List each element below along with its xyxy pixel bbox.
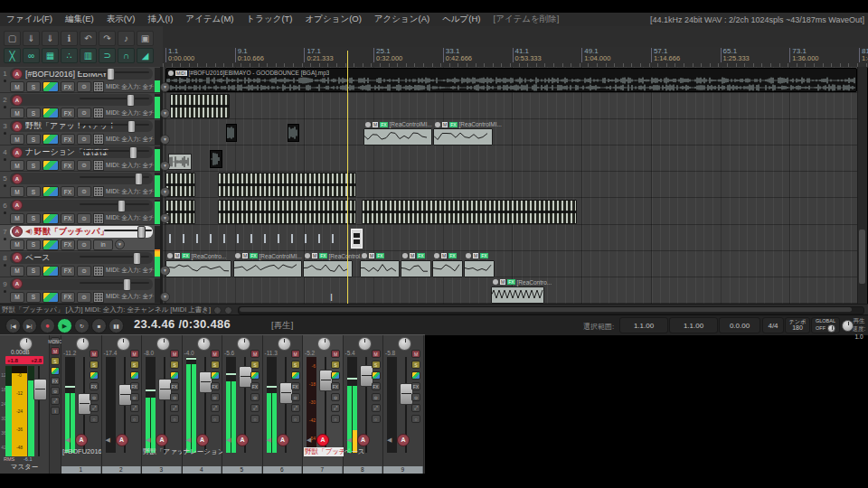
channel-solo-button[interactable]: S: [211, 361, 220, 369]
mixer-channel-7[interactable]: -5.2-6-18-30-42-54MSFX⊙⤢○◀A野獣「ブッチッ7: [303, 335, 344, 474]
channel-number[interactable]: 7: [303, 466, 343, 474]
redo-icon[interactable]: ↷: [99, 31, 116, 46]
menu-item-1[interactable]: 編集(E): [59, 14, 100, 25]
channel-mute-button[interactable]: M: [291, 350, 300, 358]
track-input-label[interactable]: MIDI: 全入力: 全チャンネル: [106, 162, 158, 170]
track-row-5[interactable]: 5AMSFX⊙MIDI: 全入力: 全チャンネル▼: [0, 172, 160, 198]
zoom-out-button[interactable]: [213, 306, 222, 314]
mute-button[interactable]: M: [10, 134, 24, 145]
track-row-7[interactable]: 7A◀)野獣「ブッチッパ」MSFX⊙in▼: [0, 225, 160, 251]
channel-volume-readout[interactable]: -17.4: [104, 350, 118, 356]
channel-phase-button[interactable]: ○: [211, 415, 220, 423]
channel-pan-knob[interactable]: [76, 337, 90, 351]
track-name[interactable]: ナレーション「ぼぼぼ: [25, 146, 108, 158]
channel-solo-button[interactable]: S: [130, 361, 139, 369]
input-dropdown-button[interactable]: ▼: [160, 213, 170, 223]
master-strip[interactable]: 0.00dB +1.8 +2.8 121824303642 -0-12-24-3…: [0, 335, 50, 474]
channel-mute-button[interactable]: M: [211, 350, 220, 358]
fx-button[interactable]: FX: [61, 292, 75, 303]
save-project-icon[interactable]: ⇓: [42, 31, 59, 46]
channel-number[interactable]: 5: [222, 466, 262, 474]
fx-gear-button[interactable]: ⊙: [77, 81, 91, 92]
menu-item-6[interactable]: オプション(O): [299, 14, 368, 25]
input-dropdown-button[interactable]: ▼: [160, 135, 170, 145]
automation-item[interactable]: MFX[ReaControl...: [303, 252, 353, 277]
envelope-points-icon[interactable]: ∴: [61, 48, 78, 63]
fx-button[interactable]: FX: [61, 160, 75, 171]
mixer-channel-2[interactable]: -17.4MSFX⊙⤢○◀A2: [102, 335, 143, 474]
channel-pan-knob[interactable]: [398, 337, 411, 351]
track-name-box[interactable]: A: [10, 200, 153, 211]
solo-button[interactable]: S: [26, 160, 41, 171]
channel-number[interactable]: 3: [142, 466, 182, 474]
channel-number[interactable]: 9: [383, 466, 423, 474]
mixer-channel-9[interactable]: -5.8MSFX⊙⤢○◀A9: [383, 335, 424, 474]
mixer-channel-8[interactable]: -5.4MSFX⊙⤢○◀Aベース8: [344, 335, 384, 474]
automation-item[interactable]: MFX[ReaControlMI...: [433, 120, 493, 145]
input-dropdown-button[interactable]: ▼: [115, 239, 125, 249]
channel-record-arm-button[interactable]: A: [316, 434, 329, 446]
track-name-box[interactable]: A◀)野獣「ブッチッパ」: [10, 226, 153, 238]
audio-item[interactable]: MIDI[#BOFU2016]EBIMAYO - GOODBOUNCE [BGA…: [165, 68, 857, 92]
audio-item-small[interactable]: [226, 124, 237, 142]
midi-note-item[interactable]: [183, 234, 184, 243]
track-input-label[interactable]: MIDI: 全入力: 全チャンネル: [106, 267, 158, 275]
midi-note-item[interactable]: [237, 234, 239, 243]
automation-item[interactable]: MFX: [401, 252, 431, 277]
channel-pan-knob[interactable]: [197, 337, 211, 351]
channel-record-arm-button[interactable]: A: [277, 434, 289, 446]
volume-slider[interactable]: [80, 282, 149, 284]
mixer-channel-6[interactable]: -11.3MSFX⊙⤢○◀A6: [263, 335, 304, 474]
mute-button[interactable]: M: [10, 239, 24, 250]
channel-volume-readout[interactable]: -5.8: [385, 350, 395, 356]
zoom-in-button[interactable]: [224, 306, 232, 314]
volume-slider-thumb[interactable]: [118, 200, 126, 212]
channel-pan-knob[interactable]: [237, 337, 250, 351]
channel-solo-button[interactable]: S: [411, 361, 420, 369]
channel-env-button[interactable]: ⤢: [250, 404, 259, 412]
master-fader[interactable]: [33, 379, 47, 400]
channel-gear-button[interactable]: ⊙: [170, 393, 179, 401]
track-row-4[interactable]: 4Aナレーション「ぼぼぼMSFX⊙MIDI: 全入力: 全チャンネル▼: [0, 145, 160, 172]
selected-item[interactable]: [351, 229, 363, 249]
fx-gear-button[interactable]: ⊙: [77, 266, 91, 277]
pause-button[interactable]: ▮▮: [108, 318, 124, 333]
record-arm-button[interactable]: A: [12, 95, 23, 106]
arrange-vscrollbar-thumb[interactable]: [859, 230, 865, 284]
pencil-icon[interactable]: ◢: [137, 48, 154, 63]
channel-number[interactable]: 4: [183, 466, 222, 474]
track-input-label[interactable]: MIDI: 全入力: 全チャンネル: [106, 109, 158, 117]
fx-gear-button[interactable]: ⊙: [77, 213, 91, 224]
grouping-icon[interactable]: ∞: [23, 48, 40, 63]
fx-button[interactable]: FX: [61, 239, 75, 250]
menu-item-5[interactable]: トラック(T): [240, 14, 298, 25]
mixer-channel-4[interactable]: -4.0MSFX⊙⤢○◀Aナレーション「ほ4: [183, 335, 223, 474]
volume-slider-thumb[interactable]: [137, 226, 146, 239]
fx-button[interactable]: FX: [61, 81, 75, 92]
channel-pan-knob[interactable]: [117, 337, 130, 351]
channel-gear-button[interactable]: ⊙: [411, 393, 420, 401]
timeline-ruler[interactable]: 1.10:00.0009.10:10.66617.10:21.33325.10:…: [163, 47, 868, 68]
channel-label[interactable]: [#BOFU2016]: [62, 447, 101, 455]
midi-note-item[interactable]: [305, 234, 307, 243]
volume-slider-thumb[interactable]: [133, 252, 141, 265]
track-input-label[interactable]: MIDI: 全入力: 全チャンネル: [106, 136, 158, 144]
channel-mute-button[interactable]: M: [372, 350, 381, 358]
channel-phase-button[interactable]: ○: [331, 415, 340, 423]
midi-note-item[interactable]: [332, 234, 334, 243]
automation-item[interactable]: MFX: [432, 252, 463, 277]
mixer-channel-5[interactable]: -5.6MSFX⊙⤢○◀A5: [222, 335, 263, 474]
channel-mute-button[interactable]: M: [411, 350, 420, 358]
midi-note-item[interactable]: [264, 234, 266, 243]
input-dropdown-button[interactable]: ▼: [160, 108, 170, 118]
channel-solo-button[interactable]: S: [372, 361, 381, 369]
go-to-start-button[interactable]: |◀: [5, 318, 21, 333]
solo-button[interactable]: S: [26, 292, 41, 303]
channel-fx-button[interactable]: FX: [291, 382, 300, 390]
volume-slider-thumb[interactable]: [127, 94, 135, 107]
master-i-button[interactable]: i: [51, 407, 60, 415]
midi-note-item[interactable]: [196, 234, 198, 243]
repeat-button[interactable]: ↻: [74, 318, 90, 333]
channel-route-button[interactable]: [372, 371, 381, 380]
channel-volume-readout[interactable]: -11.3: [265, 350, 278, 356]
